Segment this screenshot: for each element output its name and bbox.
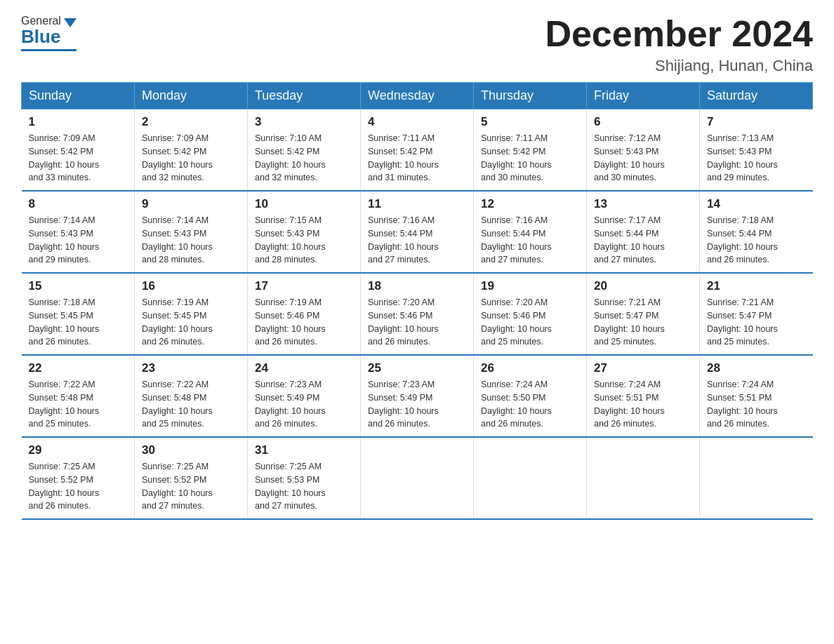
day-number: 15 (29, 279, 128, 293)
logo-arrow-icon (64, 18, 77, 27)
day-cell: 13 Sunrise: 7:17 AM Sunset: 5:44 PM Dayl… (587, 191, 700, 273)
header-monday: Monday (135, 83, 248, 109)
day-number: 24 (255, 361, 353, 375)
day-info: Sunrise: 7:21 AM Sunset: 5:47 PM Dayligh… (707, 296, 806, 349)
week-row-3: 15 Sunrise: 7:18 AM Sunset: 5:45 PM Dayl… (22, 273, 813, 355)
day-info: Sunrise: 7:11 AM Sunset: 5:42 PM Dayligh… (481, 132, 579, 185)
day-cell: 22 Sunrise: 7:22 AM Sunset: 5:48 PM Dayl… (22, 355, 135, 437)
day-cell: 21 Sunrise: 7:21 AM Sunset: 5:47 PM Dayl… (700, 273, 813, 355)
day-info: Sunrise: 7:11 AM Sunset: 5:42 PM Dayligh… (368, 132, 466, 185)
week-row-2: 8 Sunrise: 7:14 AM Sunset: 5:43 PM Dayli… (22, 191, 813, 273)
day-number: 29 (29, 443, 128, 457)
logo-general-text: General (21, 15, 61, 27)
day-info: Sunrise: 7:15 AM Sunset: 5:43 PM Dayligh… (255, 214, 353, 267)
day-number: 26 (481, 361, 579, 375)
day-number: 17 (255, 279, 353, 293)
day-number: 8 (29, 197, 128, 211)
day-number: 22 (29, 361, 128, 375)
header-saturday: Saturday (700, 83, 813, 109)
day-number: 10 (255, 197, 353, 211)
day-info: Sunrise: 7:24 AM Sunset: 5:50 PM Dayligh… (481, 378, 579, 431)
day-info: Sunrise: 7:23 AM Sunset: 5:49 PM Dayligh… (255, 378, 353, 431)
day-cell: 29 Sunrise: 7:25 AM Sunset: 5:52 PM Dayl… (22, 437, 135, 519)
day-info: Sunrise: 7:22 AM Sunset: 5:48 PM Dayligh… (29, 378, 128, 431)
day-info: Sunrise: 7:14 AM Sunset: 5:43 PM Dayligh… (142, 214, 240, 267)
day-cell (474, 437, 587, 519)
day-info: Sunrise: 7:12 AM Sunset: 5:43 PM Dayligh… (594, 132, 692, 185)
day-info: Sunrise: 7:17 AM Sunset: 5:44 PM Dayligh… (594, 214, 692, 267)
day-cell: 4 Sunrise: 7:11 AM Sunset: 5:42 PM Dayli… (361, 109, 474, 192)
day-info: Sunrise: 7:25 AM Sunset: 5:52 PM Dayligh… (29, 460, 128, 513)
day-cell (361, 437, 474, 519)
day-number: 2 (142, 115, 240, 129)
day-number: 5 (481, 115, 579, 129)
day-cell: 18 Sunrise: 7:20 AM Sunset: 5:46 PM Dayl… (361, 273, 474, 355)
day-cell: 3 Sunrise: 7:10 AM Sunset: 5:42 PM Dayli… (248, 109, 361, 192)
day-number: 31 (255, 443, 353, 457)
day-cell: 16 Sunrise: 7:19 AM Sunset: 5:45 PM Dayl… (135, 273, 248, 355)
day-info: Sunrise: 7:21 AM Sunset: 5:47 PM Dayligh… (594, 296, 692, 349)
day-info: Sunrise: 7:09 AM Sunset: 5:42 PM Dayligh… (29, 132, 128, 185)
header-tuesday: Tuesday (248, 83, 361, 109)
calendar-title: December 2024 (545, 14, 813, 54)
day-cell: 19 Sunrise: 7:20 AM Sunset: 5:46 PM Dayl… (474, 273, 587, 355)
day-info: Sunrise: 7:25 AM Sunset: 5:52 PM Dayligh… (142, 460, 240, 513)
day-info: Sunrise: 7:24 AM Sunset: 5:51 PM Dayligh… (594, 378, 692, 431)
day-number: 7 (707, 115, 806, 129)
page-header: General Blue December 2024 Shijiang, Hun… (21, 14, 813, 75)
day-number: 23 (142, 361, 240, 375)
day-cell: 28 Sunrise: 7:24 AM Sunset: 5:51 PM Dayl… (700, 355, 813, 437)
day-info: Sunrise: 7:19 AM Sunset: 5:45 PM Dayligh… (142, 296, 240, 349)
day-number: 11 (368, 197, 466, 211)
calendar-body: 1 Sunrise: 7:09 AM Sunset: 5:42 PM Dayli… (22, 109, 813, 520)
header-row: SundayMondayTuesdayWednesdayThursdayFrid… (22, 83, 813, 109)
calendar-header: SundayMondayTuesdayWednesdayThursdayFrid… (22, 83, 813, 109)
day-cell: 5 Sunrise: 7:11 AM Sunset: 5:42 PM Dayli… (474, 109, 587, 192)
header-friday: Friday (587, 83, 700, 109)
day-cell: 2 Sunrise: 7:09 AM Sunset: 5:42 PM Dayli… (135, 109, 248, 192)
day-number: 12 (481, 197, 579, 211)
day-cell: 12 Sunrise: 7:16 AM Sunset: 5:44 PM Dayl… (474, 191, 587, 273)
day-cell: 8 Sunrise: 7:14 AM Sunset: 5:43 PM Dayli… (22, 191, 135, 273)
day-cell: 15 Sunrise: 7:18 AM Sunset: 5:45 PM Dayl… (22, 273, 135, 355)
day-number: 27 (594, 361, 692, 375)
calendar-table: SundayMondayTuesdayWednesdayThursdayFrid… (21, 82, 813, 520)
day-number: 20 (594, 279, 692, 293)
day-info: Sunrise: 7:16 AM Sunset: 5:44 PM Dayligh… (481, 214, 579, 267)
day-number: 25 (368, 361, 466, 375)
week-row-5: 29 Sunrise: 7:25 AM Sunset: 5:52 PM Dayl… (22, 437, 813, 519)
day-info: Sunrise: 7:13 AM Sunset: 5:43 PM Dayligh… (707, 132, 806, 185)
day-cell: 14 Sunrise: 7:18 AM Sunset: 5:44 PM Dayl… (700, 191, 813, 273)
day-number: 4 (368, 115, 466, 129)
day-cell: 6 Sunrise: 7:12 AM Sunset: 5:43 PM Dayli… (587, 109, 700, 192)
day-info: Sunrise: 7:10 AM Sunset: 5:42 PM Dayligh… (255, 132, 353, 185)
title-section: December 2024 Shijiang, Hunan, China (545, 14, 813, 75)
day-number: 9 (142, 197, 240, 211)
day-info: Sunrise: 7:18 AM Sunset: 5:45 PM Dayligh… (29, 296, 128, 349)
day-cell: 9 Sunrise: 7:14 AM Sunset: 5:43 PM Dayli… (135, 191, 248, 273)
day-info: Sunrise: 7:14 AM Sunset: 5:43 PM Dayligh… (29, 214, 128, 267)
week-row-1: 1 Sunrise: 7:09 AM Sunset: 5:42 PM Dayli… (22, 109, 813, 192)
day-cell: 26 Sunrise: 7:24 AM Sunset: 5:50 PM Dayl… (474, 355, 587, 437)
calendar-subtitle: Shijiang, Hunan, China (545, 57, 813, 75)
day-info: Sunrise: 7:25 AM Sunset: 5:53 PM Dayligh… (255, 460, 353, 513)
day-info: Sunrise: 7:22 AM Sunset: 5:48 PM Dayligh… (142, 378, 240, 431)
day-cell: 10 Sunrise: 7:15 AM Sunset: 5:43 PM Dayl… (248, 191, 361, 273)
header-wednesday: Wednesday (361, 83, 474, 109)
day-info: Sunrise: 7:18 AM Sunset: 5:44 PM Dayligh… (707, 214, 806, 267)
day-cell: 1 Sunrise: 7:09 AM Sunset: 5:42 PM Dayli… (22, 109, 135, 192)
logo-underline (21, 49, 77, 51)
logo: General Blue (21, 14, 77, 51)
day-number: 1 (29, 115, 128, 129)
day-cell: 30 Sunrise: 7:25 AM Sunset: 5:52 PM Dayl… (135, 437, 248, 519)
day-number: 28 (707, 361, 806, 375)
day-number: 13 (594, 197, 692, 211)
day-info: Sunrise: 7:20 AM Sunset: 5:46 PM Dayligh… (481, 296, 579, 349)
day-number: 30 (142, 443, 240, 457)
day-cell: 17 Sunrise: 7:19 AM Sunset: 5:46 PM Dayl… (248, 273, 361, 355)
header-thursday: Thursday (474, 83, 587, 109)
day-cell: 20 Sunrise: 7:21 AM Sunset: 5:47 PM Dayl… (587, 273, 700, 355)
day-info: Sunrise: 7:09 AM Sunset: 5:42 PM Dayligh… (142, 132, 240, 185)
day-info: Sunrise: 7:24 AM Sunset: 5:51 PM Dayligh… (707, 378, 806, 431)
day-cell: 23 Sunrise: 7:22 AM Sunset: 5:48 PM Dayl… (135, 355, 248, 437)
